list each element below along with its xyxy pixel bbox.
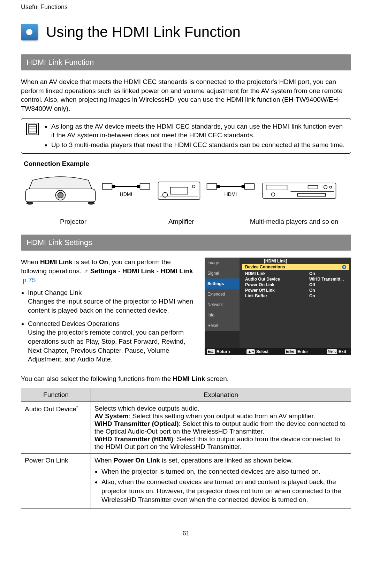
table-header-function: Function [21, 388, 91, 402]
svg-text:Select: Select [256, 349, 268, 354]
svg-text:Settings: Settings [207, 281, 224, 286]
svg-point-15 [163, 192, 168, 197]
running-head: Useful Functions [21, 3, 351, 11]
title-icon [21, 24, 38, 40]
svg-text:Exit: Exit [339, 349, 346, 354]
note-box: As long as the AV device meets the HDMI … [21, 118, 351, 154]
menu-screenshot: Image Signal Settings Extended Network I… [205, 258, 351, 355]
label-amplifier: Amplifier [126, 218, 237, 226]
svg-text:Menu: Menu [328, 350, 336, 353]
svg-rect-13 [140, 184, 150, 189]
table-header-explanation: Explanation [91, 388, 351, 402]
functions-table: Function Explanation Audio Out Device* S… [21, 388, 351, 509]
intro-paragraph: When an AV device that meets the HDMI CE… [21, 77, 351, 113]
svg-text:Device Connections: Device Connections [245, 265, 285, 269]
svg-text:Return: Return [217, 349, 230, 354]
pointer-icon: ☞ [83, 268, 89, 275]
svg-text:Network: Network [207, 302, 223, 307]
svg-rect-22 [242, 185, 245, 188]
list-item: Input Change Link Changes the input sour… [28, 288, 196, 315]
svg-text:Enter: Enter [297, 349, 308, 354]
svg-text:On: On [309, 293, 315, 298]
svg-text:Image: Image [207, 260, 219, 265]
note-list: As long as the AV device meets the HDMI … [44, 122, 346, 150]
svg-text:Extended: Extended [207, 292, 225, 297]
svg-point-29 [324, 185, 327, 189]
svg-point-26 [272, 193, 275, 196]
svg-text:Audio Out Device: Audio Out Device [245, 277, 280, 282]
svg-text:Off: Off [309, 282, 316, 287]
table-row: Audio Out Device* Selects which device o… [21, 402, 351, 454]
list-item: When the projector is turned on, the con… [101, 467, 347, 476]
svg-text:On: On [309, 271, 315, 276]
svg-text:Esc: Esc [208, 350, 214, 353]
svg-text:Enter: Enter [286, 350, 295, 353]
hdmi-label-2: HDMI [225, 191, 237, 197]
svg-point-6 [58, 192, 63, 198]
page-number: 61 [21, 530, 351, 537]
svg-point-17 [192, 185, 195, 188]
svg-rect-31 [298, 193, 326, 196]
svg-point-8 [88, 202, 94, 204]
svg-text:[HDMI Link]: [HDMI Link] [264, 259, 287, 264]
divider [21, 13, 351, 13]
svg-rect-20 [217, 185, 220, 188]
svg-rect-28 [308, 185, 318, 189]
svg-text:▲▼: ▲▼ [248, 350, 255, 353]
connection-example-heading: Connection Example [24, 160, 351, 168]
sub-intro: You can also select the following functi… [21, 374, 351, 383]
svg-rect-23 [245, 184, 255, 189]
svg-text:Power On Link: Power On Link [245, 282, 274, 287]
settings-intro: When HDMI Link is set to On, you can per… [21, 258, 196, 284]
svg-rect-9 [103, 184, 112, 189]
page-title: Using the HDMI Link Function [46, 24, 241, 40]
hdmi-label-1: HDMI [120, 191, 132, 197]
connection-diagram: HDMI HDMI [21, 170, 351, 215]
section-heading-hdmi-link-function: HDMI Link Function [21, 54, 351, 70]
operations-list: Input Change Link Changes the input sour… [21, 288, 196, 364]
table-row: Power On Link When Power On Link is set,… [21, 454, 351, 509]
section-heading-hdmi-link-settings: HDMI Link Settings [21, 235, 351, 251]
svg-text:On: On [309, 288, 315, 293]
svg-rect-10 [112, 185, 115, 188]
list-item: Also, when the connected devices are tur… [101, 478, 347, 504]
svg-text:Reset: Reset [207, 323, 219, 328]
svg-text:HDMI Link: HDMI Link [245, 271, 266, 276]
note-icon [26, 123, 39, 150]
label-projector: Projector [21, 218, 126, 226]
note-item: Up to 3 multi-media players that meet th… [51, 140, 346, 150]
svg-point-30 [330, 186, 332, 188]
svg-text:Info: Info [207, 313, 214, 318]
svg-text:Signal: Signal [207, 271, 219, 276]
note-item: As long as the AV device meets the HDMI … [51, 122, 346, 140]
svg-text:Power Off Link: Power Off Link [245, 288, 275, 293]
svg-rect-19 [207, 184, 217, 189]
svg-rect-12 [137, 185, 140, 188]
svg-point-7 [27, 202, 33, 204]
page-reference-link[interactable]: p.75 [23, 276, 36, 284]
label-players: Multi-media players and so on [237, 218, 351, 226]
list-item: Connected Devices Operations Using the p… [28, 319, 196, 364]
svg-text:Link Buffer: Link Buffer [245, 293, 267, 298]
svg-text:WiHD Transmitt...: WiHD Transmitt... [309, 277, 344, 282]
